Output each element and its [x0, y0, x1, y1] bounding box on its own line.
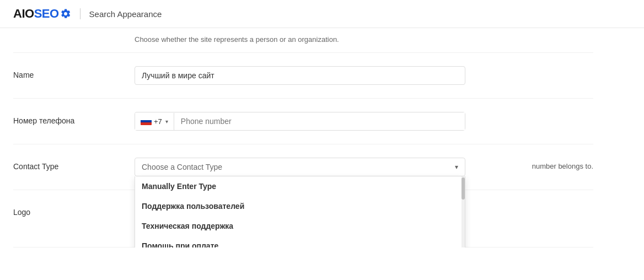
- name-input[interactable]: [135, 66, 465, 85]
- phone-country-code: +7: [154, 117, 162, 126]
- phone-row: Номер телефона +7 ▾: [13, 99, 593, 144]
- info-row: Choose whether the site represents a per…: [13, 28, 593, 53]
- main-content: Choose whether the site represents a per…: [0, 28, 607, 247]
- dropdown-scrollbar[interactable]: [461, 176, 465, 247]
- dropdown-item-manually[interactable]: Manually Enter Type: [135, 176, 465, 196]
- flag-stripe-red: [141, 122, 152, 125]
- contact-type-wrapper: Choose a Contact Type ▾ Manually Enter T…: [135, 158, 465, 176]
- dropdown-item-payment[interactable]: Помощь при оплате: [135, 236, 465, 247]
- flag-russia: [141, 117, 152, 125]
- aioseo-logo: AIO SEO: [13, 7, 71, 21]
- info-text: Choose whether the site represents a per…: [135, 35, 339, 44]
- phone-label: Номер телефона: [13, 112, 135, 125]
- dropdown-item-tech-support[interactable]: Техническая поддержка: [135, 216, 465, 236]
- dropdown-list: Manually Enter Type Поддержка пользовате…: [135, 176, 465, 247]
- dropdown-item-support[interactable]: Поддержка пользователей: [135, 196, 465, 216]
- header: AIO SEO Search Appearance: [0, 0, 644, 28]
- select-caret-icon: ▾: [455, 163, 458, 171]
- phone-chevron-icon: ▾: [165, 119, 168, 125]
- name-label: Name: [13, 66, 135, 79]
- logo-label: Logo: [13, 203, 135, 217]
- contact-type-select[interactable]: Choose a Contact Type ▾: [135, 158, 465, 176]
- name-field-wrapper: [135, 66, 593, 85]
- phone-number-input[interactable]: [174, 112, 465, 130]
- phone-country-selector[interactable]: +7 ▾: [135, 113, 174, 130]
- header-divider: [80, 8, 80, 19]
- logo-text-aio: AIO: [13, 7, 34, 21]
- contact-type-dropdown: Manually Enter Type Поддержка пользовате…: [135, 176, 465, 247]
- phone-wrapper: +7 ▾: [135, 112, 465, 131]
- contact-type-label: Contact Type: [13, 158, 135, 171]
- select-placeholder: Choose a Contact Type: [142, 163, 222, 171]
- logo-gear-icon: [60, 8, 71, 19]
- logo-text-seo: SEO: [34, 7, 59, 21]
- contact-type-helper: number belongs to.: [532, 158, 593, 170]
- contact-type-row: Contact Type Choose a Contact Type ▾ Man…: [13, 144, 593, 190]
- phone-field-wrapper: +7 ▾: [135, 112, 593, 131]
- contact-type-field-wrapper: Choose a Contact Type ▾ Manually Enter T…: [135, 158, 525, 176]
- page-title: Search Appearance: [89, 9, 162, 19]
- dropdown-scrollbar-thumb: [461, 177, 465, 200]
- name-row: Name: [13, 53, 593, 99]
